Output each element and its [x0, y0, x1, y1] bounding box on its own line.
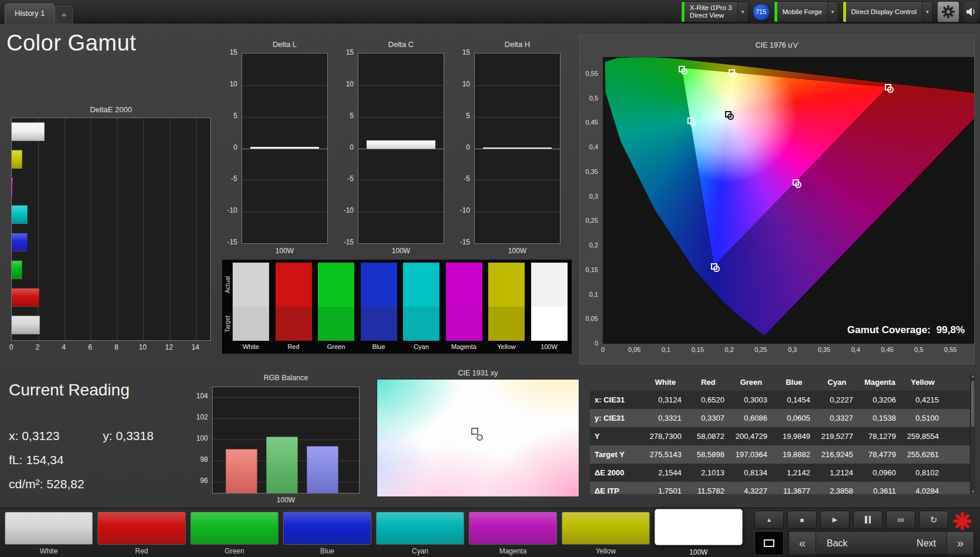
bottom-bar: WhiteRedGreenBlueCyanMagentaYellow100W ▲… — [0, 508, 980, 557]
actual-target-swatch-panel: Actual Target WhiteRedGreenBlueCyanMagen… — [222, 260, 572, 354]
top-bar-controls: X-Rite i1Pro 3 Direct View ▼ 715 Mobile … — [681, 1, 979, 22]
delta-h-chart-title: Delta H — [474, 40, 561, 49]
patch-button-yellow[interactable]: Yellow — [562, 508, 650, 557]
actual-patch — [233, 263, 269, 307]
gridline — [196, 118, 197, 340]
deltae-bar-white — [12, 316, 40, 334]
table-cell: 2,1544 — [644, 468, 687, 477]
patch-button-blue[interactable]: Blue — [283, 508, 371, 557]
table-cell: 1,2142 — [773, 468, 815, 477]
table-cell: 0,6086 — [730, 414, 773, 422]
delta-h-x-label: 100W — [474, 247, 561, 255]
y-tick-label: 0,1 — [589, 291, 598, 298]
table-cell: 0,1538 — [858, 414, 901, 422]
pattern-window-button[interactable] — [754, 531, 784, 555]
scrollbar-thumb[interactable] — [971, 381, 975, 427]
transport-refresh-button[interactable]: ↻ — [919, 511, 948, 529]
autocal-star-button[interactable] — [951, 510, 974, 532]
tab-history-1[interactable]: History 1 — [5, 4, 55, 24]
table-cell: 0,0960 — [858, 468, 901, 477]
table-scrollbar[interactable]: ▲ ▼ — [970, 374, 975, 494]
back-button[interactable]: Back — [827, 538, 848, 549]
table-cell: 0,8102 — [901, 468, 944, 477]
delta-l-bar — [250, 147, 319, 148]
rgb-bar-blue — [307, 446, 338, 493]
patch-button-white[interactable]: White — [5, 508, 93, 557]
chevron-down-icon[interactable]: ▼ — [827, 2, 838, 22]
measurement-table: WhiteRedGreenBlueCyanMagentaYellowx: CIE… — [590, 374, 975, 494]
patch-button-red[interactable]: Red — [98, 508, 186, 557]
table-cell: 216,9245 — [815, 450, 858, 459]
table-cell: 58,0872 — [687, 432, 730, 441]
transport-pause-button[interactable] — [853, 511, 882, 529]
y-tick-label: 0,25 — [586, 217, 598, 224]
y-tick-label: 5 — [233, 112, 237, 120]
x-tick-label: 12 — [163, 343, 175, 351]
actual-patch — [276, 263, 312, 307]
cie-marker-white-point-measured — [727, 113, 734, 120]
swatch-column-green: Green — [318, 260, 354, 354]
scroll-down-icon[interactable]: ▼ — [971, 490, 975, 494]
gridline — [358, 180, 444, 180]
cie-marker-green-primary-measured — [681, 68, 687, 75]
transport-play-button[interactable]: ▶ — [820, 511, 850, 529]
x-tick-label: 0,55 — [938, 346, 964, 353]
delta-l-y-axis: 151050-5-10-15 — [220, 53, 239, 244]
swatch-column-red: Red — [276, 260, 312, 354]
table-cell: 0,3327 — [815, 414, 858, 422]
display-control-dropdown[interactable]: Direct Display Control ▼ — [843, 1, 933, 22]
cie-marker-magenta-secondary-measured — [795, 182, 801, 188]
next-chevron-button[interactable]: » — [947, 532, 974, 555]
deltae-bar-yellow — [12, 150, 22, 169]
cie1931-title: CIE 1931 xy — [377, 369, 579, 377]
transport-infinity-button[interactable]: ∞ — [886, 511, 915, 529]
scroll-up-icon[interactable]: ▲ — [971, 374, 975, 378]
patch-button-cyan[interactable]: Cyan — [376, 508, 464, 557]
x-tick-label: 2 — [32, 343, 43, 351]
y-tick-label: -15 — [344, 238, 354, 246]
y-tick-label: 0,05 — [586, 315, 598, 322]
reading-y: y: 0,3318 — [103, 429, 153, 443]
delta-h-bar — [483, 147, 552, 149]
patch-button-100w[interactable]: 100W — [655, 508, 743, 557]
target-patch — [276, 307, 312, 341]
current-reading-title: Current Reading — [9, 381, 129, 400]
patch-button-magenta[interactable]: Magenta — [469, 508, 557, 557]
delta-h-chart — [474, 53, 561, 244]
transport-up-button[interactable]: ▲ — [754, 511, 784, 529]
settings-gear-button[interactable] — [937, 1, 959, 22]
meter-dropdown[interactable]: X-Rite i1Pro 3 Direct View ▼ — [681, 1, 749, 22]
table-cell: 0,3003 — [730, 395, 773, 404]
deltae2000-x-axis: 02468101214 — [11, 343, 211, 353]
table-header-row: WhiteRedGreenBlueCyanMagentaYellow — [590, 374, 975, 391]
measurement-table-rows: WhiteRedGreenBlueCyanMagentaYellowx: CIE… — [590, 374, 975, 494]
y-tick-label: 102 — [196, 413, 208, 421]
table-cell: 275,5143 — [644, 450, 687, 459]
y-tick-label: 10 — [346, 80, 354, 88]
gamut-coverage-value: 99,8% — [937, 324, 965, 336]
speaker-button[interactable] — [964, 1, 979, 22]
add-tab-button[interactable]: + — [55, 6, 73, 24]
delta-l-chart-title: Delta L — [241, 40, 328, 49]
y-tick-label: 0,3 — [589, 193, 598, 200]
cie1931-diagram — [377, 379, 579, 497]
y-tick-label: 0,4 — [589, 143, 598, 150]
back-chevron-button[interactable]: « — [789, 532, 816, 555]
pattern-source-dropdown[interactable]: Mobile Forge ▼ — [774, 1, 838, 22]
y-tick-label: 15 — [462, 48, 470, 56]
x-tick-label: 0 — [590, 346, 616, 353]
transport-stop-button[interactable]: ■ — [787, 511, 817, 529]
y-tick-label: 0 — [466, 143, 470, 152]
deltae2000-chart-title: DeltaE 2000 — [11, 105, 211, 114]
y-tick-label: 0,55 — [586, 70, 598, 77]
patch-color — [562, 512, 650, 545]
swatch-label: Green — [314, 343, 358, 350]
x-tick-label: 0,3 — [780, 346, 806, 353]
patch-button-green[interactable]: Green — [190, 508, 278, 557]
cie-marker-yellow-secondary-measured — [731, 72, 737, 78]
cie1976-x-axis: 00,050,10,150,20,250,30,350,40,450,50,55 — [603, 346, 974, 355]
chevron-down-icon[interactable]: ▼ — [922, 2, 932, 22]
chevron-down-icon[interactable]: ▼ — [737, 2, 748, 22]
y-tick-label: 10 — [230, 80, 237, 88]
next-button[interactable]: Next — [917, 538, 936, 549]
